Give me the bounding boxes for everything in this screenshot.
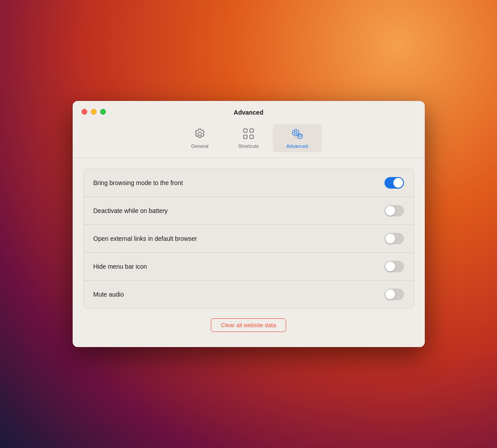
traffic-lights: [82, 109, 106, 115]
window-title: Advanced: [82, 109, 416, 116]
content-area: Bring browsing mode to the front Deactiv…: [73, 158, 425, 347]
tab-advanced[interactable]: Advanced: [273, 124, 322, 152]
setting-row-bring-to-front: Bring browsing mode to the front: [84, 169, 414, 197]
minimize-button[interactable]: [91, 109, 97, 115]
tab-advanced-label: Advanced: [287, 143, 308, 149]
setting-row-mute-audio: Mute audio: [84, 280, 414, 308]
tab-shortcuts[interactable]: Shortcuts: [224, 124, 273, 152]
svg-rect-2: [244, 135, 247, 139]
toggle-external-links[interactable]: [384, 233, 404, 244]
close-button[interactable]: [82, 109, 87, 115]
svg-rect-1: [250, 129, 253, 132]
setting-label-bring-to-front: Bring browsing mode to the front: [93, 179, 183, 186]
setting-label-hide-menu-bar: Hide menu bar icon: [93, 263, 147, 270]
toggle-hide-menu-bar[interactable]: [384, 261, 404, 272]
toggle-knob-mute-audio: [385, 290, 395, 299]
toggle-bring-to-front[interactable]: [384, 177, 404, 189]
titlebar: Advanced: [73, 101, 425, 120]
setting-row-hide-menu-bar: Hide menu bar icon: [84, 252, 414, 280]
svg-rect-3: [250, 135, 253, 139]
toggle-knob-bring-to-front: [393, 178, 403, 188]
tab-general[interactable]: General: [175, 124, 224, 152]
toggle-knob-external-links: [385, 234, 395, 243]
setting-label-mute-audio: Mute audio: [93, 291, 124, 298]
advanced-icon: [291, 127, 303, 142]
setting-row-external-links: Open external links in default browser: [84, 224, 414, 252]
clear-website-data-button[interactable]: Clear all website data: [211, 318, 286, 332]
toggle-deactivate-battery[interactable]: [384, 205, 404, 216]
setting-label-external-links: Open external links in default browser: [93, 235, 197, 242]
tab-shortcuts-label: Shortcuts: [238, 143, 259, 149]
footer: Clear all website data: [83, 309, 414, 335]
setting-label-deactivate-battery: Deactivate while on battery: [93, 207, 168, 214]
tab-general-label: General: [191, 143, 208, 149]
toolbar: General Shortcuts: [73, 120, 425, 158]
toggle-knob-hide-menu-bar: [385, 262, 395, 271]
shortcuts-icon: [242, 127, 255, 142]
svg-rect-0: [244, 129, 247, 132]
general-icon: [194, 127, 206, 142]
maximize-button[interactable]: [100, 109, 106, 115]
setting-row-deactivate-battery: Deactivate while on battery: [84, 197, 414, 224]
toggle-knob-deactivate-battery: [385, 206, 395, 216]
toggle-mute-audio[interactable]: [384, 289, 404, 300]
preferences-window: Advanced General Shor: [73, 101, 425, 347]
settings-card: Bring browsing mode to the front Deactiv…: [83, 169, 414, 309]
